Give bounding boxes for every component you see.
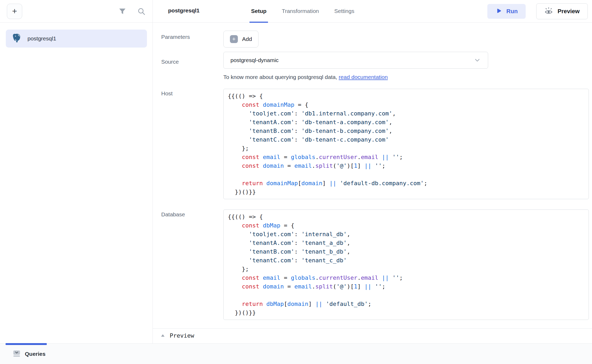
code-line: 'tenantA.com': 'db-tenant-a.company.com'… (228, 118, 584, 127)
add-parameter-label: Add (242, 36, 252, 42)
source-select-value: postgresql-dynamic (230, 57, 279, 63)
code-line: const domainMap = { (228, 100, 584, 109)
code-line: {{(() => { (228, 212, 584, 221)
preview-button-label: Preview (558, 8, 580, 15)
code-line: const domain = email.split('@')[1] || ''… (228, 282, 584, 291)
preview-button[interactable]: Preview (536, 3, 588, 19)
run-button-label: Run (506, 8, 518, 15)
add-query-button[interactable]: + (7, 4, 22, 19)
code-line: const email = globals.currentUser.email … (228, 273, 584, 282)
search-icon[interactable] (137, 7, 146, 16)
database-label: Database (161, 211, 185, 218)
page-title: postgresql1 (168, 7, 200, 14)
filter-icon[interactable] (119, 8, 126, 15)
app-screen: + postgresql1 (0, 0, 592, 364)
plus-icon: + (12, 6, 17, 16)
query-list-item-postgresql1[interactable]: postgresql1 (6, 30, 147, 48)
code-line: }; (228, 144, 584, 153)
query-sidebar: + postgresql1 (0, 0, 153, 343)
queries-panel-toggle[interactable]: Queries (13, 344, 45, 364)
tab-transformation[interactable]: Transformation (280, 0, 320, 23)
source-help-prefix: To know more about querying postgresql d… (223, 74, 339, 80)
code-line: const domain = email.split('@')[1] || ''… (228, 161, 584, 170)
tab-settings[interactable]: Settings (333, 0, 356, 23)
preview-section-toggle[interactable]: Preview (161, 332, 194, 339)
main-panel: postgresql1 SetupTransformationSettings … (153, 0, 592, 364)
code-line: 'tenantA.com': 'tenant_a_db', (228, 239, 584, 247)
queries-panel-icon (13, 349, 21, 358)
code-line: 'tooljet.com': 'db1.internal.company.com… (228, 109, 584, 118)
preview-section-label: Preview (170, 332, 194, 339)
add-parameter-button[interactable]: + Add (223, 31, 258, 48)
run-button[interactable]: Run (487, 4, 526, 19)
code-line (228, 291, 584, 300)
tab-setup[interactable]: Setup (249, 0, 268, 23)
chevron-down-icon (474, 57, 481, 64)
query-editor-header: postgresql1 SetupTransformationSettings … (153, 0, 592, 23)
code-line: return dbMap[domain] || 'default_db'; (228, 300, 584, 308)
code-line: 'tenantC.com': 'db-tenant-c.company.com' (228, 135, 584, 144)
eye-icon (544, 7, 553, 16)
source-label: Source (161, 59, 179, 65)
database-code-editor[interactable]: {{(() => { const dbMap = { 'tooljet.com'… (223, 209, 589, 320)
play-icon (495, 8, 502, 15)
sidebar-header: + (0, 0, 152, 23)
query-item-label: postgresql1 (27, 35, 56, 42)
code-line: const email = globals.currentUser.email … (228, 153, 584, 161)
code-line: 'tenantB.com': 'tenant_b_db', (228, 247, 584, 256)
plus-icon: + (230, 35, 238, 43)
code-line (228, 170, 584, 179)
read-documentation-link[interactable]: read documentation (339, 74, 388, 80)
code-line: })()}} (228, 308, 584, 317)
source-help-text: To know more about querying postgresql d… (223, 74, 388, 80)
code-line: {{(() => { (228, 92, 584, 100)
editor-tabs: SetupTransformationSettings (249, 0, 356, 23)
code-line: 'tenantB.com': 'db-tenant-b.company.com'… (228, 127, 584, 135)
collapse-arrow-icon (161, 333, 165, 338)
code-line: })()}} (228, 188, 584, 196)
bottom-bar: Queries (0, 343, 592, 364)
host-code-editor[interactable]: {{(() => { const domainMap = { 'tooljet.… (223, 89, 589, 199)
preview-section-divider (153, 328, 592, 329)
host-label: Host (161, 90, 173, 97)
code-line: }; (228, 265, 584, 273)
queries-panel-label: Queries (25, 351, 45, 357)
setup-tab-content: Parameters + Add Source postgresql-dynam… (153, 23, 592, 364)
code-line: const dbMap = { (228, 221, 584, 230)
code-line: 'tenantC.com': 'tenant_c_db' (228, 256, 584, 265)
source-select[interactable]: postgresql-dynamic (223, 52, 488, 69)
postgresql-icon (12, 33, 22, 44)
code-line: 'tooljet.com': 'internal_db', (228, 230, 584, 239)
code-line: return domainMap[domain] || 'default-db.… (228, 179, 584, 188)
parameters-label: Parameters (161, 34, 190, 40)
